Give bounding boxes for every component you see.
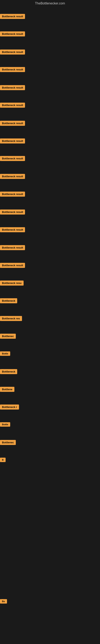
bottleneck-item: Bottleneck result [0,30,25,38]
bottleneck-badge: Bottleneck result [0,174,25,179]
bottleneck-item: Bottleneck result [0,120,25,128]
bottleneck-badge: Bottleneck result [0,227,25,232]
bottleneck-badge: Bottlenec [0,334,16,339]
bottleneck-badge: Bo [0,599,7,604]
bottleneck-badge: Bottleneck [0,369,17,374]
bottleneck-badge: B [0,458,6,462]
bottleneck-badge: Bottleneck result [0,67,25,72]
bottleneck-badge: Bottleneck result [0,32,25,36]
bottleneck-item: Bottleneck res [0,315,22,322]
bottleneck-item: Bo [0,598,7,605]
bottleneck-item: Bottleneck result [0,66,25,74]
bottleneck-item: Bottleneck result [0,226,25,234]
bottleneck-badge: Bottleneck result [0,138,25,144]
bottleneck-item: Bottleneck [0,298,17,305]
bottleneck-badge: Bottle [0,422,10,427]
bottleneck-badge: Bottleneck result [0,85,25,90]
bottleneck-item: Bottlene [0,386,14,394]
bottleneck-badge: Bottleneck res [0,316,22,321]
bottleneck-item: Bottleneck result [0,244,25,252]
bottleneck-badge: Bottleneck result [0,210,25,214]
bottleneck-badge: Bottleneck result [0,192,25,196]
bottleneck-item: Bottle [0,422,10,428]
bottleneck-item: Bottle [0,350,10,358]
bottleneck-item: Bottleneck [0,368,17,376]
bottleneck-badge: Bottleneck result [0,156,25,161]
bottleneck-badge: Bottleneck result [0,263,25,268]
bottleneck-badge: Bottleneck result [0,50,25,54]
bottleneck-item: Bottleneck result [0,155,25,162]
bottleneck-badge: Bottleneck resu [0,280,24,286]
bottleneck-item: Bottleneck result [0,13,25,20]
bottleneck-item: Bottleneck result [0,84,25,92]
site-title: TheBottlenecker.com [0,0,100,8]
bottleneck-badge: Bottleneck result [0,14,25,19]
bottleneck-item: B [0,457,6,464]
bottleneck-badge: Bottleneck result [0,245,25,250]
bottleneck-badge: Bottleneck result [0,103,25,108]
bottleneck-item: Bottleneck result [0,138,25,145]
bottleneck-badge: Bottleneck [0,298,17,303]
bottleneck-item: Bottleneck result [0,209,25,216]
bottleneck-item: Bottleneck result [0,102,25,109]
bottleneck-item: Bottleneck r [0,404,19,411]
bottleneck-item: Bottleneck resu [0,280,24,287]
bottleneck-badge: Bottle [0,352,10,356]
bottleneck-item: Bottleneck result [0,191,25,198]
bottleneck-badge: Bottleneck r [0,404,19,410]
bottleneck-item: Bottleneck result [0,49,25,56]
bottleneck-badge: Bottlene [0,387,14,392]
bottleneck-item: Bottleneck result [0,173,25,180]
bottleneck-badge: Bottleneck result [0,121,25,126]
bottleneck-badge: Bottlenec [0,440,16,445]
bottleneck-item: Bottlenec [0,439,16,446]
bottleneck-item: Bottleneck result [0,262,25,270]
bottleneck-item: Bottlenec [0,333,16,340]
